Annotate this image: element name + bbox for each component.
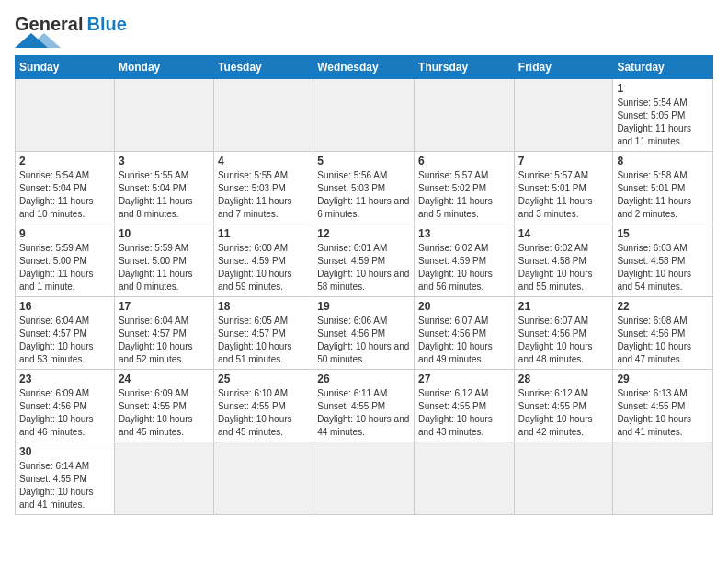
day-number: 30 [19, 445, 110, 458]
day-info: Sunrise: 6:04 AM Sunset: 4:57 PM Dayligh… [119, 315, 210, 366]
day-number: 15 [617, 227, 709, 240]
calendar-cell: 30Sunrise: 6:14 AM Sunset: 4:55 PM Dayli… [16, 442, 115, 515]
calendar-cell: 22Sunrise: 6:08 AM Sunset: 4:56 PM Dayli… [613, 297, 713, 370]
day-number: 12 [317, 227, 410, 240]
calendar-cell: 5Sunrise: 5:56 AM Sunset: 5:03 PM Daylig… [313, 152, 415, 224]
day-info: Sunrise: 5:56 AM Sunset: 5:03 PM Dayligh… [317, 169, 410, 221]
day-number: 7 [518, 155, 609, 167]
day-info: Sunrise: 5:58 AM Sunset: 5:01 PM Dayligh… [617, 169, 709, 221]
calendar-cell: 3Sunrise: 5:55 AM Sunset: 5:04 PM Daylig… [114, 152, 213, 224]
day-info: Sunrise: 6:06 AM Sunset: 4:56 PM Dayligh… [317, 315, 410, 366]
day-info: Sunrise: 6:11 AM Sunset: 4:55 PM Dayligh… [317, 387, 410, 439]
day-info: Sunrise: 6:04 AM Sunset: 4:57 PM Dayligh… [19, 315, 110, 366]
header-day-saturday: Saturday [613, 56, 713, 79]
day-number: 11 [218, 227, 309, 240]
day-number: 1 [617, 82, 709, 95]
day-info: Sunrise: 5:54 AM Sunset: 5:04 PM Dayligh… [19, 169, 110, 221]
calendar-cell: 28Sunrise: 6:12 AM Sunset: 4:55 PM Dayli… [514, 370, 613, 442]
day-number: 18 [218, 300, 309, 313]
calendar-cell [415, 442, 515, 515]
day-number: 19 [317, 300, 410, 313]
day-info: Sunrise: 5:59 AM Sunset: 5:00 PM Dayligh… [119, 242, 210, 293]
logo-text-general: General [15, 15, 83, 33]
header-day-wednesday: Wednesday [313, 56, 415, 79]
day-number: 2 [19, 155, 110, 167]
calendar-cell: 24Sunrise: 6:09 AM Sunset: 4:55 PM Dayli… [114, 370, 213, 442]
calendar-cell: 9Sunrise: 5:59 AM Sunset: 5:00 PM Daylig… [16, 224, 115, 297]
week-row-5: 30Sunrise: 6:14 AM Sunset: 4:55 PM Dayli… [16, 442, 713, 515]
day-info: Sunrise: 6:13 AM Sunset: 4:55 PM Dayligh… [617, 387, 709, 439]
header-day-sunday: Sunday [16, 56, 115, 79]
day-info: Sunrise: 6:02 AM Sunset: 4:58 PM Dayligh… [518, 242, 609, 293]
calendar-body: 1Sunrise: 5:54 AM Sunset: 5:05 PM Daylig… [16, 79, 713, 515]
calendar-cell: 6Sunrise: 5:57 AM Sunset: 5:02 PM Daylig… [415, 152, 515, 224]
day-info: Sunrise: 5:57 AM Sunset: 5:01 PM Dayligh… [518, 169, 609, 221]
day-info: Sunrise: 6:12 AM Sunset: 4:55 PM Dayligh… [518, 387, 609, 439]
calendar-cell: 26Sunrise: 6:11 AM Sunset: 4:55 PM Dayli… [313, 370, 415, 442]
header-day-monday: Monday [114, 56, 213, 79]
day-number: 24 [119, 373, 210, 385]
week-row-1: 2Sunrise: 5:54 AM Sunset: 5:04 PM Daylig… [16, 152, 713, 224]
day-number: 5 [317, 155, 410, 167]
week-row-3: 16Sunrise: 6:04 AM Sunset: 4:57 PM Dayli… [16, 297, 713, 370]
day-number: 26 [317, 373, 410, 385]
calendar-cell [415, 79, 515, 152]
day-number: 29 [617, 373, 709, 385]
day-number: 14 [518, 227, 609, 240]
header-day-friday: Friday [514, 56, 613, 79]
calendar-cell [213, 79, 313, 152]
calendar-cell: 18Sunrise: 6:05 AM Sunset: 4:57 PM Dayli… [213, 297, 313, 370]
logo-icon [15, 33, 61, 48]
calendar-cell: 20Sunrise: 6:07 AM Sunset: 4:56 PM Dayli… [415, 297, 515, 370]
calendar-cell: 8Sunrise: 5:58 AM Sunset: 5:01 PM Daylig… [613, 152, 713, 224]
day-number: 17 [119, 300, 210, 313]
day-info: Sunrise: 5:55 AM Sunset: 5:04 PM Dayligh… [119, 169, 210, 221]
day-number: 6 [418, 155, 510, 167]
logo-text-blue: Blue [86, 15, 126, 33]
calendar-table: SundayMondayTuesdayWednesdayThursdayFrid… [15, 55, 713, 515]
calendar-cell [114, 79, 213, 152]
calendar-cell [613, 442, 713, 515]
day-info: Sunrise: 6:00 AM Sunset: 4:59 PM Dayligh… [218, 242, 309, 293]
calendar-cell: 1Sunrise: 5:54 AM Sunset: 5:05 PM Daylig… [613, 79, 713, 152]
day-info: Sunrise: 6:12 AM Sunset: 4:55 PM Dayligh… [418, 387, 510, 439]
day-info: Sunrise: 6:09 AM Sunset: 4:56 PM Dayligh… [19, 387, 110, 439]
day-number: 13 [418, 227, 510, 240]
day-info: Sunrise: 6:14 AM Sunset: 4:55 PM Dayligh… [19, 460, 110, 511]
day-info: Sunrise: 6:10 AM Sunset: 4:55 PM Dayligh… [218, 387, 309, 439]
day-number: 20 [418, 300, 510, 313]
calendar-cell: 25Sunrise: 6:10 AM Sunset: 4:55 PM Dayli… [213, 370, 313, 442]
day-info: Sunrise: 6:01 AM Sunset: 4:59 PM Dayligh… [317, 242, 410, 293]
day-number: 16 [19, 300, 110, 313]
calendar-cell [16, 79, 115, 152]
calendar-header: SundayMondayTuesdayWednesdayThursdayFrid… [16, 56, 713, 79]
calendar-cell: 4Sunrise: 5:55 AM Sunset: 5:03 PM Daylig… [213, 152, 313, 224]
day-number: 4 [218, 155, 309, 167]
calendar-cell [313, 79, 415, 152]
day-info: Sunrise: 5:59 AM Sunset: 5:00 PM Dayligh… [19, 242, 110, 293]
calendar-cell: 29Sunrise: 6:13 AM Sunset: 4:55 PM Dayli… [613, 370, 713, 442]
calendar-cell: 19Sunrise: 6:06 AM Sunset: 4:56 PM Dayli… [313, 297, 415, 370]
day-number: 22 [617, 300, 709, 313]
calendar-cell: 15Sunrise: 6:03 AM Sunset: 4:58 PM Dayli… [613, 224, 713, 297]
calendar-cell [514, 79, 613, 152]
calendar-cell: 7Sunrise: 5:57 AM Sunset: 5:01 PM Daylig… [514, 152, 613, 224]
day-number: 9 [19, 227, 110, 240]
calendar-cell: 23Sunrise: 6:09 AM Sunset: 4:56 PM Dayli… [16, 370, 115, 442]
day-number: 3 [119, 155, 210, 167]
calendar-cell: 27Sunrise: 6:12 AM Sunset: 4:55 PM Dayli… [415, 370, 515, 442]
calendar-cell: 16Sunrise: 6:04 AM Sunset: 4:57 PM Dayli… [16, 297, 115, 370]
day-info: Sunrise: 6:08 AM Sunset: 4:56 PM Dayligh… [617, 315, 709, 366]
day-info: Sunrise: 5:57 AM Sunset: 5:02 PM Dayligh… [418, 169, 510, 221]
page-header: General Blue [15, 15, 713, 48]
day-info: Sunrise: 6:03 AM Sunset: 4:58 PM Dayligh… [617, 242, 709, 293]
calendar-cell: 14Sunrise: 6:02 AM Sunset: 4:58 PM Dayli… [514, 224, 613, 297]
day-info: Sunrise: 6:07 AM Sunset: 4:56 PM Dayligh… [418, 315, 510, 366]
calendar-cell: 17Sunrise: 6:04 AM Sunset: 4:57 PM Dayli… [114, 297, 213, 370]
calendar-cell: 21Sunrise: 6:07 AM Sunset: 4:56 PM Dayli… [514, 297, 613, 370]
week-row-0: 1Sunrise: 5:54 AM Sunset: 5:05 PM Daylig… [16, 79, 713, 152]
calendar-cell [313, 442, 415, 515]
calendar-cell: 10Sunrise: 5:59 AM Sunset: 5:00 PM Dayli… [114, 224, 213, 297]
day-info: Sunrise: 6:02 AM Sunset: 4:59 PM Dayligh… [418, 242, 510, 293]
day-number: 25 [218, 373, 309, 385]
